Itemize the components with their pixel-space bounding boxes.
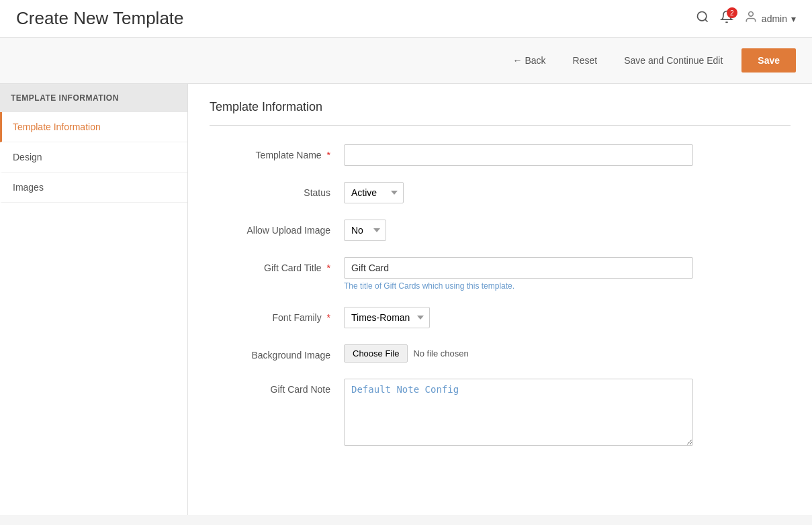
- main-layout: TEMPLATE INFORMATION Template Informatio…: [0, 84, 812, 515]
- sidebar-section-header: TEMPLATE INFORMATION: [0, 84, 187, 112]
- gift-card-title-control: The title of Gift Cards which using this…: [344, 257, 693, 291]
- sidebar: TEMPLATE INFORMATION Template Informatio…: [0, 84, 188, 515]
- sidebar-item-label: Design: [13, 152, 42, 162]
- back-button[interactable]: ← Back: [505, 50, 554, 71]
- svg-point-2: [749, 12, 754, 17]
- admin-chevron-icon: ▾: [791, 13, 796, 24]
- sidebar-item-images[interactable]: Images: [0, 173, 187, 203]
- required-indicator: *: [327, 262, 330, 273]
- font-family-select-wrapper: Times-Roman Arial Helvetica: [344, 307, 693, 328]
- font-family-label: Font Family *: [210, 307, 344, 323]
- template-name-input[interactable]: [344, 144, 693, 166]
- gift-card-note-label: Gift Card Note: [210, 379, 344, 395]
- sidebar-item-label: Template Information: [13, 122, 101, 132]
- template-name-control: [344, 144, 693, 166]
- notifications-button[interactable]: 2: [720, 10, 733, 27]
- svg-point-0: [697, 12, 706, 21]
- status-label: Status: [210, 182, 344, 198]
- save-button[interactable]: Save: [741, 48, 796, 73]
- gift-card-title-row: Gift Card Title * The title of Gift Card…: [210, 257, 791, 291]
- sidebar-item-design[interactable]: Design: [0, 142, 187, 173]
- allow-upload-label: Allow Upload Image: [210, 220, 344, 236]
- background-image-row: Background Image Choose File No file cho…: [210, 344, 791, 363]
- file-input-wrapper: Choose File No file chosen: [344, 344, 693, 363]
- admin-avatar-icon: [744, 10, 758, 27]
- status-select[interactable]: Active Inactive: [344, 182, 404, 203]
- gift-card-title-hint: The title of Gift Cards which using this…: [344, 281, 693, 291]
- sidebar-item-template-information[interactable]: Template Information: [0, 112, 187, 142]
- choose-file-button[interactable]: Choose File: [344, 344, 408, 363]
- required-indicator: *: [327, 150, 330, 160]
- gift-card-title-input[interactable]: [344, 257, 693, 279]
- template-name-label: Template Name *: [210, 144, 344, 160]
- gift-card-note-textarea[interactable]: Default Note Config: [344, 379, 693, 446]
- font-family-select[interactable]: Times-Roman Arial Helvetica: [344, 307, 430, 328]
- gift-card-title-label: Gift Card Title *: [210, 257, 344, 273]
- admin-label: admin: [762, 13, 787, 24]
- header: Create New Template 2 admin ▾: [0, 0, 812, 38]
- notification-badge: 2: [727, 7, 737, 18]
- allow-upload-control: No Yes: [344, 220, 693, 241]
- header-actions: 2 admin ▾: [696, 10, 796, 27]
- background-image-label: Background Image: [210, 344, 344, 361]
- section-title: Template Information: [210, 100, 791, 114]
- toolbar: ← Back Reset Save and Continue Edit Save: [0, 38, 812, 84]
- required-indicator: *: [327, 312, 330, 323]
- sidebar-item-label: Images: [13, 182, 44, 193]
- save-continue-button[interactable]: Save and Continue Edit: [616, 50, 731, 71]
- no-file-text: No file chosen: [413, 348, 468, 359]
- content-area: Template Information Template Name * Sta…: [188, 84, 812, 515]
- font-family-row: Font Family * Times-Roman Arial Helvetic…: [210, 307, 791, 328]
- status-select-wrapper: Active Inactive: [344, 182, 693, 203]
- status-row: Status Active Inactive: [210, 182, 791, 203]
- allow-upload-select[interactable]: No Yes: [344, 220, 386, 241]
- admin-menu[interactable]: admin ▾: [744, 10, 796, 27]
- section-divider: [210, 125, 791, 126]
- svg-line-1: [705, 19, 708, 22]
- allow-upload-row: Allow Upload Image No Yes: [210, 220, 791, 241]
- gift-card-note-control: Default Note Config: [344, 379, 693, 448]
- font-family-control: Times-Roman Arial Helvetica: [344, 307, 693, 328]
- search-button[interactable]: [696, 10, 709, 27]
- background-image-control: Choose File No file chosen: [344, 344, 693, 363]
- gift-card-note-row: Gift Card Note Default Note Config: [210, 379, 791, 448]
- allow-upload-select-wrapper: No Yes: [344, 220, 693, 241]
- status-control: Active Inactive: [344, 182, 693, 203]
- reset-button[interactable]: Reset: [565, 50, 606, 71]
- page-title: Create New Template: [16, 8, 184, 29]
- template-name-row: Template Name *: [210, 144, 791, 166]
